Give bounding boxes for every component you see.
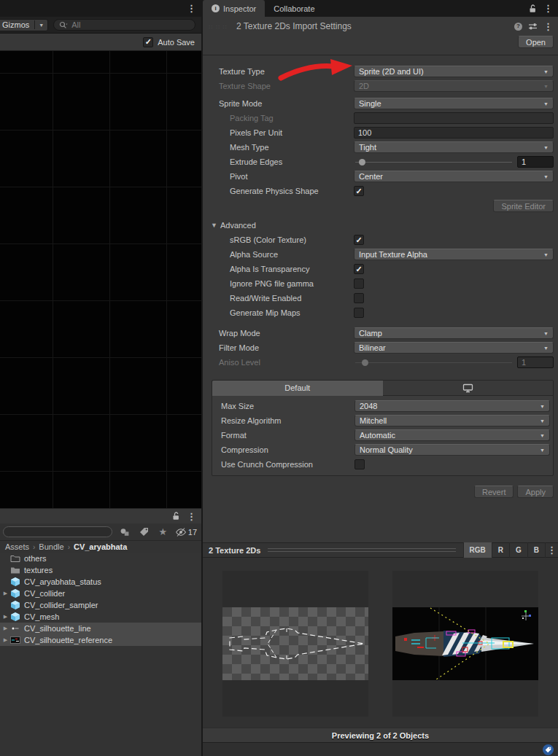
extrude-edges-value-field[interactable]: 1 bbox=[517, 156, 554, 168]
channel-g-button[interactable]: G bbox=[509, 542, 527, 558]
texture-shape-row: Texture Shape2D▼ bbox=[212, 80, 554, 92]
sprite-mode-dropdown[interactable]: Single▼ bbox=[354, 98, 554, 109]
extrude-edges-slider-track[interactable] bbox=[354, 156, 514, 168]
pivot-dropdown[interactable]: Center▼ bbox=[354, 171, 554, 182]
project-search-box[interactable] bbox=[3, 526, 112, 537]
scene-menu-icon[interactable]: ⋮ bbox=[187, 4, 196, 13]
advanced-foldout-label[interactable]: Advanced bbox=[220, 221, 256, 230]
platform-tab-default[interactable]: Default bbox=[212, 381, 383, 396]
generate-physics-shape-checkbox[interactable]: ✓ bbox=[354, 186, 364, 196]
breadcrumb-assets[interactable]: Assets bbox=[5, 542, 29, 551]
scene-search-box[interactable] bbox=[53, 19, 195, 31]
project-menu-icon[interactable]: ⋮ bbox=[187, 512, 196, 521]
preview-footer: Previewing 2 of 2 Objects bbox=[203, 728, 558, 742]
file-row-cv-silhouette-line[interactable]: ▶CV_silhouette_line bbox=[0, 623, 201, 634]
auto-save-checkbox[interactable]: ✓ bbox=[143, 37, 153, 47]
channel-rgb-button[interactable]: RGB bbox=[463, 542, 492, 558]
gizmos-dropdown[interactable]: Gizmos ▼ bbox=[0, 19, 48, 31]
resize-algorithm-dropdown[interactable]: Mitchell▼ bbox=[354, 415, 550, 426]
preview-header[interactable]: 2 Texture 2Ds RGBRGB ⋮ bbox=[203, 542, 558, 558]
platform-tab-standalone[interactable] bbox=[383, 381, 554, 396]
project-search-input[interactable] bbox=[4, 527, 112, 537]
wrap-mode-dropdown[interactable]: Clamp▼ bbox=[354, 327, 554, 339]
file-name: CV_silhouette_line bbox=[24, 624, 91, 633]
srgb-color-texture-checkbox[interactable]: ✓ bbox=[354, 235, 364, 245]
pivot-label: Pivot bbox=[212, 172, 354, 181]
breadcrumb-separator: › bbox=[68, 543, 70, 551]
scene-search-input[interactable] bbox=[70, 20, 190, 30]
alpha-source-row: Alpha SourceInput Texture Alpha▼ bbox=[212, 249, 554, 260]
button-row: Sprite Editor bbox=[212, 200, 554, 213]
file-row-cv-collider-sampler[interactable]: CV_collider_sampler bbox=[0, 599, 201, 611]
favorites-star-icon[interactable]: ★ bbox=[154, 525, 172, 539]
monitor-icon bbox=[462, 383, 473, 393]
file-row-cv-mesh[interactable]: ▶CV_mesh bbox=[0, 611, 201, 623]
header-menu-icon[interactable]: ⋮ bbox=[543, 22, 553, 31]
filter-mode-value: Bilinear bbox=[359, 343, 540, 352]
file-row-cv-silhouette-reference[interactable]: ▶CV_silhouette_reference bbox=[0, 634, 201, 646]
wrap-mode-label: Wrap Mode bbox=[212, 329, 354, 338]
revert-button[interactable]: Revert bbox=[474, 486, 514, 498]
tab-bar-icons: ⋮ bbox=[529, 0, 558, 17]
tab-inspector[interactable]: i Inspector bbox=[203, 0, 265, 17]
lock-icon[interactable] bbox=[529, 4, 537, 13]
alpha-source-dropdown[interactable]: Input Texture Alpha▼ bbox=[354, 249, 554, 260]
preview-drag-handle-icon[interactable] bbox=[268, 548, 455, 552]
breadcrumb-bundle[interactable]: Bundle bbox=[39, 542, 63, 551]
alpha-is-transparency-checkbox[interactable]: ✓ bbox=[354, 264, 364, 274]
use-crunch-compression-checkbox[interactable] bbox=[354, 459, 365, 469]
filter-by-type-icon[interactable] bbox=[116, 525, 134, 539]
filter-mode-dropdown[interactable]: Bilinear▼ bbox=[354, 342, 554, 354]
platform-settings-box: Default Max Size2048▼Resize AlgorithmMit… bbox=[212, 380, 554, 476]
extrude-edges-slider[interactable]: 1 bbox=[354, 156, 554, 168]
help-icon[interactable]: ? bbox=[514, 23, 522, 31]
ignore-png-file-gamma-checkbox[interactable] bbox=[354, 278, 364, 289]
preview-tile-silhouette-reference[interactable] bbox=[392, 571, 538, 717]
alpha-source-value: Input Texture Alpha bbox=[359, 250, 540, 259]
search-icon bbox=[59, 21, 68, 29]
lock-icon[interactable] bbox=[172, 512, 180, 521]
texture-type-dropdown[interactable]: Sprite (2D and UI)▼ bbox=[354, 66, 554, 77]
preview-menu-icon[interactable]: ⋮ bbox=[545, 542, 558, 558]
file-row-textures[interactable]: textures bbox=[0, 564, 201, 576]
format-dropdown[interactable]: Automatic▼ bbox=[354, 429, 550, 441]
asset-bundle-tag-icon[interactable] bbox=[543, 744, 554, 755]
channel-b-button[interactable]: B bbox=[527, 542, 545, 558]
expand-arrow-icon[interactable]: ▶ bbox=[1, 614, 9, 620]
sprite-editor-button[interactable]: Sprite Editor bbox=[493, 200, 554, 212]
sprite-mode-label: Sprite Mode bbox=[212, 99, 354, 108]
presets-icon[interactable] bbox=[528, 22, 538, 31]
scene-view[interactable] bbox=[0, 51, 201, 508]
inspector-menu-icon[interactable]: ⋮ bbox=[543, 4, 553, 13]
max-size-dropdown[interactable]: 2048▼ bbox=[354, 400, 550, 412]
foldout-triangle-icon[interactable]: ▼ bbox=[211, 222, 217, 229]
channel-r-button[interactable]: R bbox=[492, 542, 509, 558]
compression-dropdown[interactable]: Normal Quality▼ bbox=[354, 444, 550, 456]
apply-button[interactable]: Apply bbox=[517, 486, 554, 498]
hidden-items-toggle[interactable]: 17 bbox=[173, 528, 199, 537]
generate-mip-maps-checkbox[interactable] bbox=[354, 308, 364, 318]
file-name: textures bbox=[24, 566, 53, 574]
extrude-edges-slider-knob[interactable] bbox=[359, 159, 365, 165]
srgb-color-texture-row: sRGB (Color Texture)✓ bbox=[212, 234, 554, 246]
pixels-per-unit-field[interactable] bbox=[354, 127, 554, 139]
inspector-header: :: :: :: 2 Texture 2Ds Import Settings ?… bbox=[203, 17, 558, 36]
mesh-type-dropdown[interactable]: Tight▼ bbox=[354, 141, 554, 153]
preview-tile-silhouette-line[interactable] bbox=[222, 571, 368, 717]
file-row-cv-collider[interactable]: ▶CV_collider bbox=[0, 588, 201, 599]
ghost-thumbnail-icon: :: :: :: bbox=[209, 23, 232, 30]
read-write-enabled-checkbox[interactable] bbox=[354, 293, 364, 303]
expand-arrow-icon[interactable]: ▶ bbox=[1, 626, 9, 631]
expand-arrow-icon[interactable]: ▶ bbox=[1, 637, 9, 643]
platform-tab-default-label: Default bbox=[284, 383, 310, 392]
breadcrumb-current[interactable]: CV_aryabhata bbox=[74, 542, 127, 551]
prefab-icon bbox=[9, 600, 21, 610]
open-button[interactable]: Open bbox=[518, 36, 554, 48]
scene-tab-bar: ⋮ bbox=[0, 0, 201, 17]
file-row-others[interactable]: others bbox=[0, 553, 201, 564]
tab-collaborate[interactable]: Collaborate bbox=[265, 0, 323, 17]
file-row-cv-aryabhata-status[interactable]: CV_aryabhata_status bbox=[0, 576, 201, 588]
generate-mip-maps-row: Generate Mip Maps bbox=[212, 307, 554, 319]
filter-by-label-icon[interactable] bbox=[135, 525, 153, 539]
expand-arrow-icon[interactable]: ▶ bbox=[1, 591, 9, 596]
